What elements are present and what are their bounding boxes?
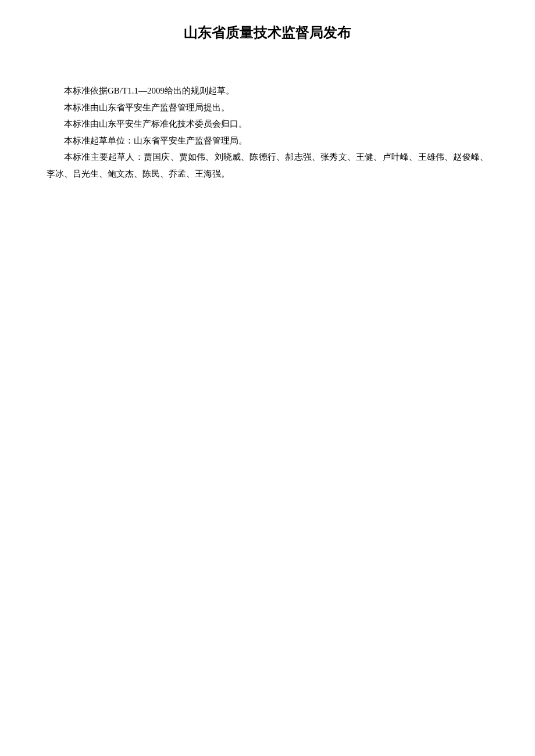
paragraph-1: 本标准依据GB/T1.1—2009给出的规则起草。 [47,83,488,99]
paragraph-2: 本标准由山东省平安生产监督管理局提出。 [47,99,488,116]
paragraph-3: 本标准由山东平安生产标准化技术委员会归口。 [47,116,488,132]
paragraph-5: 本标准主要起草人：贾国庆、贾如伟、刘晓威、陈德行、郝志强、张秀文、王健、卢叶峰、… [47,149,488,182]
paragraph-4: 本标准起草单位：山东省平安生产监督管理局。 [47,132,488,149]
document-title: 山东省质量技术监督局发布 [47,23,488,42]
